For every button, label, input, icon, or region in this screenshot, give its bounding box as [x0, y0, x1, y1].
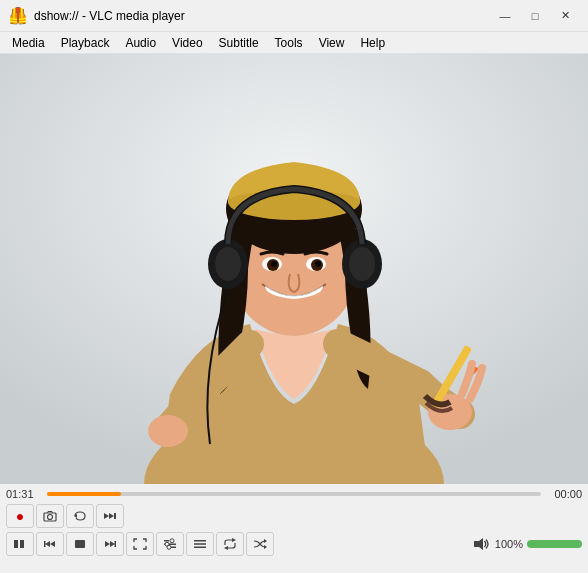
svg-rect-39: [171, 547, 176, 549]
window-controls: — □ ✕: [490, 5, 580, 27]
transport-row-1: ●: [0, 502, 588, 530]
menu-playback[interactable]: Playback: [53, 32, 118, 53]
title-bar: 🦺 dshow:// - VLC media player — □ ✕: [0, 0, 588, 32]
volume-fill: [527, 540, 582, 548]
svg-marker-31: [45, 541, 50, 547]
menu-media[interactable]: Media: [4, 32, 53, 53]
svg-point-23: [48, 515, 53, 520]
video-area: [0, 54, 588, 484]
loop-ab-button[interactable]: [66, 504, 94, 528]
svg-rect-36: [115, 541, 117, 547]
remaining-time: 00:00: [547, 488, 582, 500]
svg-point-40: [170, 539, 174, 543]
loop-button[interactable]: [216, 532, 244, 556]
volume-icon: [473, 537, 491, 551]
record-button[interactable]: ●: [6, 504, 34, 528]
svg-rect-45: [194, 547, 206, 549]
svg-marker-30: [50, 541, 55, 547]
menu-bar: Media Playback Audio Video Subtitle Tool…: [0, 32, 588, 54]
minimize-button[interactable]: —: [490, 5, 520, 27]
volume-label: 100%: [495, 538, 523, 550]
next-button[interactable]: [96, 532, 124, 556]
menu-help[interactable]: Help: [352, 32, 393, 53]
maximize-button[interactable]: □: [520, 5, 550, 27]
svg-point-21: [148, 415, 188, 447]
timeline-row: 01:31 00:00: [0, 484, 588, 502]
menu-subtitle[interactable]: Subtitle: [211, 32, 267, 53]
frame-by-frame-button[interactable]: [96, 504, 124, 528]
svg-rect-29: [20, 540, 24, 548]
svg-marker-34: [105, 541, 110, 547]
svg-point-16: [271, 261, 277, 267]
close-button[interactable]: ✕: [550, 5, 580, 27]
menu-video[interactable]: Video: [164, 32, 210, 53]
svg-rect-33: [75, 540, 85, 548]
progress-fill: [47, 492, 121, 496]
svg-marker-26: [109, 513, 114, 519]
svg-marker-49: [264, 539, 267, 543]
svg-rect-32: [44, 541, 46, 547]
snapshot-button[interactable]: [36, 504, 64, 528]
svg-marker-47: [224, 546, 228, 550]
elapsed-time: 01:31: [6, 488, 41, 500]
previous-button[interactable]: [36, 532, 64, 556]
svg-rect-27: [114, 513, 116, 519]
svg-rect-37: [164, 540, 169, 542]
svg-marker-46: [232, 538, 236, 542]
svg-point-42: [167, 545, 171, 549]
progress-bar[interactable]: [47, 492, 541, 496]
svg-rect-43: [194, 540, 206, 542]
svg-point-17: [315, 261, 321, 267]
vlc-icon: 🦺: [8, 6, 28, 25]
play-pause-button[interactable]: [6, 532, 34, 556]
svg-rect-44: [194, 543, 206, 545]
svg-rect-28: [14, 540, 18, 548]
volume-slider[interactable]: [527, 540, 582, 548]
svg-point-11: [349, 247, 375, 281]
random-button[interactable]: [246, 532, 274, 556]
fullscreen-button[interactable]: [126, 532, 154, 556]
menu-audio[interactable]: Audio: [117, 32, 164, 53]
svg-marker-50: [474, 538, 483, 550]
extended-settings-button[interactable]: [156, 532, 184, 556]
volume-area: 100%: [473, 537, 582, 551]
svg-point-9: [215, 247, 241, 281]
menu-view[interactable]: View: [311, 32, 353, 53]
window-title: dshow:// - VLC media player: [34, 9, 490, 23]
transport-row-2: 100%: [0, 530, 588, 558]
menu-tools[interactable]: Tools: [267, 32, 311, 53]
stop-button[interactable]: [66, 532, 94, 556]
playlist-button[interactable]: [186, 532, 214, 556]
svg-marker-25: [104, 513, 109, 519]
svg-marker-35: [110, 541, 115, 547]
svg-marker-48: [264, 545, 267, 549]
controls-area: 01:31 00:00 ●: [0, 484, 588, 558]
